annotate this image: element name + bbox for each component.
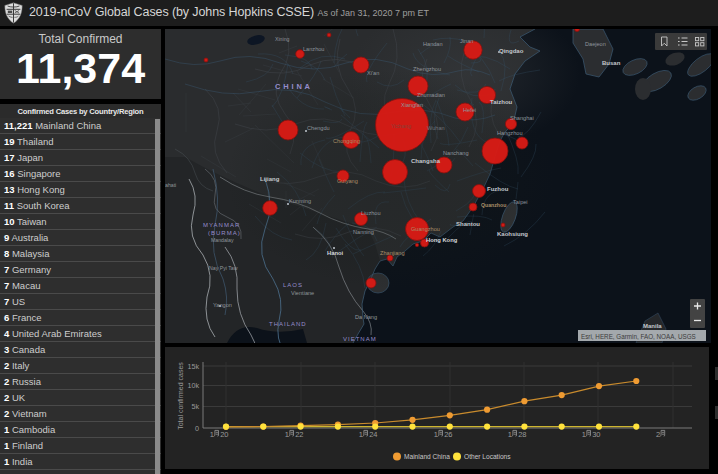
svg-text:Da Nang: Da Nang — [355, 314, 377, 320]
svg-text:24: 24 — [369, 430, 377, 439]
svg-text:5k: 5k — [191, 402, 199, 411]
svg-text:MYANMAR: MYANMAR — [203, 222, 240, 228]
svg-text:1: 1 — [210, 430, 214, 439]
svg-text:Wuhan: Wuhan — [427, 125, 445, 131]
svg-text:1: 1 — [434, 430, 438, 439]
svg-text:Changsha: Changsha — [411, 158, 441, 164]
svg-text:Total confirmed cases: Total confirmed cases — [177, 362, 184, 430]
svg-text:15k: 15k — [187, 362, 199, 371]
svg-text:Zhumadian: Zhumadian — [417, 92, 445, 98]
svg-text:30: 30 — [592, 430, 600, 439]
svg-text:1: 1 — [582, 430, 586, 439]
svg-text:Guiyang: Guiyang — [337, 178, 358, 184]
svg-text:Vientiane: Vientiane — [291, 290, 314, 296]
svg-text:Yichang: Yichang — [391, 123, 411, 129]
svg-text:2: 2 — [656, 430, 660, 439]
svg-text:Chengdu: Chengdu — [307, 125, 330, 131]
svg-text:Yangon: Yangon — [213, 302, 232, 308]
svg-text:Xining: Xining — [275, 36, 290, 42]
svg-text:ahati: ahati — [165, 182, 176, 188]
svg-text:Daejeon: Daejeon — [585, 41, 606, 47]
svg-text:Zhengzhou: Zhengzhou — [413, 66, 441, 72]
svg-text:1: 1 — [285, 430, 289, 439]
svg-text:VIETNAM: VIETNAM — [343, 336, 377, 342]
svg-text:Kunming: Kunming — [289, 198, 311, 204]
svg-text:Zhanjiang: Zhanjiang — [380, 250, 405, 256]
svg-text:Lijiang: Lijiang — [260, 176, 280, 182]
svg-text:Xiangfan: Xiangfan — [401, 102, 423, 108]
svg-text:Hong Kong: Hong Kong — [426, 237, 458, 243]
svg-text:10k: 10k — [187, 381, 199, 390]
svg-text:Taipei: Taipei — [513, 199, 528, 205]
svg-text:LAOS: LAOS — [283, 282, 303, 288]
svg-text:26: 26 — [444, 430, 452, 439]
svg-text:1: 1 — [508, 430, 512, 439]
svg-text:C H I N A: C H I N A — [275, 82, 311, 91]
svg-text:Kaohsiung: Kaohsiung — [497, 231, 528, 237]
svg-text:Mandalay: Mandalay — [211, 237, 234, 243]
svg-text:Taizhou: Taizhou — [490, 99, 513, 105]
svg-text:22: 22 — [295, 430, 303, 439]
svg-text:1: 1 — [359, 430, 363, 439]
svg-text:Fuzhou: Fuzhou — [487, 186, 509, 192]
svg-text:20: 20 — [220, 430, 228, 439]
svg-text:Mainland China: Mainland China — [404, 453, 450, 460]
svg-text:(BURMA): (BURMA) — [208, 230, 241, 236]
svg-text:THAILAND: THAILAND — [269, 321, 307, 327]
svg-text:Chongqing: Chongqing — [333, 138, 360, 144]
svg-text:Handan: Handan — [423, 41, 443, 47]
svg-text:Xi'an: Xi'an — [367, 70, 379, 76]
svg-text:Hanoi: Hanoi — [327, 250, 343, 256]
svg-text:Jinan: Jinan — [460, 38, 473, 44]
svg-text:Shanghai: Shanghai — [510, 115, 534, 121]
svg-text:Nanchang: Nanchang — [443, 150, 469, 156]
svg-text:28: 28 — [518, 430, 526, 439]
svg-text:Guangzhou: Guangzhou — [411, 226, 440, 232]
svg-text:Busan: Busan — [602, 60, 621, 66]
svg-text:Manila: Manila — [643, 323, 662, 329]
svg-text:Lanzhou: Lanzhou — [303, 46, 324, 52]
svg-text:Qingdao: Qingdao — [499, 48, 524, 54]
svg-text:Esri, HERE, Garmin, FAO, NOAA,: Esri, HERE, Garmin, FAO, NOAA, USGS — [581, 333, 696, 340]
svg-text:Nanning: Nanning — [353, 229, 374, 235]
svg-text:Quanzhou: Quanzhou — [481, 202, 506, 208]
svg-text:Shantou: Shantou — [456, 221, 480, 227]
svg-text:Liuzhou: Liuzhou — [361, 210, 381, 216]
svg-text:Hangzhou: Hangzhou — [497, 130, 523, 136]
svg-text:Other Locations: Other Locations — [464, 453, 511, 460]
svg-text:Nay Pyi Taw: Nay Pyi Taw — [209, 265, 238, 271]
svg-text:0: 0 — [195, 424, 199, 433]
svg-text:Hefei: Hefei — [463, 107, 476, 113]
